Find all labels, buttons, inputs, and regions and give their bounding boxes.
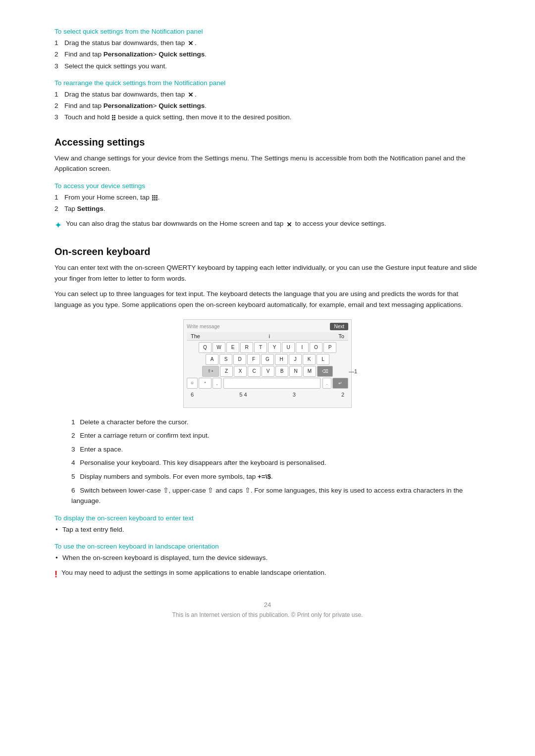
list-item: 2 Tap Settings. (54, 204, 481, 214)
keyboard-diagram: Write message Next The i To Q W E R T Y (183, 319, 352, 408)
on-screen-keyboard-para1: You can enter text with the on-screen QW… (54, 262, 481, 284)
accessing-settings-title: Accessing settings (54, 137, 481, 148)
keyboard-callout-numbers: 6 5 4 3 2 (187, 390, 348, 398)
cross-icon (187, 40, 194, 47)
list-item: 2 Find and tap Personalization> Quick se… (54, 50, 481, 59)
keyboard-legend-list: 1 Delete a character before the cursor. … (69, 417, 481, 506)
key-l: L (317, 354, 329, 365)
list-item: 1 Drag the status bar downwards, then ta… (54, 38, 481, 48)
warning-row: ! You may need to adjust the settings in… (54, 568, 481, 581)
list-item: 3 Select the quick settings you want. (54, 61, 481, 71)
key-x: X (234, 366, 247, 377)
key-t: T (254, 342, 267, 353)
display-keyboard-heading: To display the on-screen keyboard to ent… (54, 514, 481, 522)
grid-icon (152, 195, 158, 201)
list-item: 3 Touch and hold beside a quick setting,… (54, 112, 481, 122)
key-s: S (219, 354, 232, 365)
callout-1: —1 (349, 368, 357, 374)
legend-item-3: 3 Enter a space. (69, 444, 481, 455)
key-o: O (310, 342, 322, 353)
cross-icon (187, 91, 194, 98)
keyboard-row-3: ⇧+ Z X C V B N M ⌫ —1 (187, 366, 348, 377)
key-enter: ↵ (332, 378, 348, 389)
key-w: W (213, 342, 225, 353)
key-p: P (323, 342, 336, 353)
key-period: . (322, 378, 331, 389)
keyboard-suggestions: The i To (187, 332, 348, 341)
key-g: G (261, 354, 274, 365)
key-special: * (199, 378, 212, 389)
warning-icon: ! (54, 568, 57, 581)
keyboard-next-button: Next (330, 323, 348, 330)
key-z: Z (220, 366, 233, 377)
key-d: D (233, 354, 246, 365)
keyboard-diagram-container: Write message Next The i To Q W E R T Y (54, 319, 481, 408)
legend-item-6: 6 Switch between lower-case ⇧, upper-cas… (69, 485, 481, 506)
key-c: C (248, 366, 261, 377)
legend-item-1: 1 Delete a character before the cursor. (69, 417, 481, 428)
rearrange-quick-settings-heading: To rearrange the quick settings from the… (54, 79, 481, 87)
access-device-settings-list: 1 From your Home screen, tap . 2 Tap Set… (54, 193, 481, 214)
accessing-settings-intro: View and change settings for your device… (54, 153, 481, 174)
keyboard-top-bar: Write message Next (187, 323, 348, 330)
key-j: J (289, 354, 302, 365)
legend-item-4: 4 Personalise your keyboard. This key di… (69, 457, 481, 468)
key-f: F (247, 354, 260, 365)
keyboard-write-message: Write message (187, 324, 330, 329)
key-h: H (275, 354, 288, 365)
key-i: I (296, 342, 309, 353)
keyboard-bottom-row: ☺ * , . ↵ (187, 378, 348, 389)
callout-2: 2 (341, 392, 344, 398)
key-y: Y (268, 342, 281, 353)
legend-item-5: 5 Display numbers and symbols. For even … (69, 471, 481, 482)
key-delete: ⌫ (317, 366, 333, 377)
bullet-item: When the on-screen keyboard is displayed… (54, 553, 481, 563)
list-item: 1 Drag the status bar downwards, then ta… (54, 90, 481, 100)
key-smile: ☺ (187, 378, 198, 389)
list-item: 1 From your Home screen, tap . (54, 193, 481, 202)
bullet-item: Tap a text entry field. (54, 525, 481, 535)
key-b: B (275, 366, 288, 377)
page-number: 24 (54, 601, 481, 608)
key-comma: , (213, 378, 221, 389)
key-a: A (206, 354, 218, 365)
page-footer: 24 This is an Internet version of this p… (54, 601, 481, 618)
warning-text: You may need to adjust the settings in s… (61, 568, 326, 578)
key-m: M (303, 366, 316, 377)
landscape-keyboard-heading: To use the on-screen keyboard in landsca… (54, 543, 481, 550)
list-item: 2 Find and tap Personalization> Quick se… (54, 101, 481, 111)
keyboard-row-2: A S D F G H J K L (187, 354, 348, 365)
on-screen-keyboard-para2: You can select up to three languages for… (54, 289, 481, 310)
key-r: R (240, 342, 253, 353)
footer-text: This is an Internet version of this publ… (54, 611, 481, 618)
select-quick-settings-heading: To select quick settings from the Notifi… (54, 28, 481, 35)
note-row: ✦ You can also drag the status bar downw… (54, 219, 481, 232)
key-n: N (289, 366, 302, 377)
drag-icon (112, 115, 115, 120)
key-q: Q (199, 342, 212, 353)
key-space (223, 378, 321, 389)
on-screen-keyboard-title: On-screen keyboard (54, 246, 481, 257)
cross-icon (286, 221, 293, 228)
rearrange-quick-settings-list: 1 Drag the status bar downwards, then ta… (54, 90, 481, 123)
legend-item-2: 2 Enter a carriage return or confirm tex… (69, 430, 481, 441)
key-e: E (226, 342, 239, 353)
key-k: K (303, 354, 316, 365)
landscape-keyboard-list: When the on-screen keyboard is displayed… (54, 553, 481, 563)
callout-6: 6 (191, 392, 194, 398)
keyboard-row-1: Q W E R T Y U I O P (187, 342, 348, 353)
access-device-settings-heading: To access your device settings (54, 182, 481, 190)
callout-5: 5 4 (239, 392, 247, 398)
note-icon: ✦ (54, 219, 62, 232)
display-keyboard-list: Tap a text entry field. (54, 525, 481, 535)
callout-3: 3 (293, 392, 296, 398)
page-container: To select quick settings from the Notifi… (54, 0, 481, 648)
key-u: U (282, 342, 295, 353)
key-v: V (262, 366, 274, 377)
select-quick-settings-list: 1 Drag the status bar downwards, then ta… (54, 38, 481, 71)
key-shift: ⇧+ (202, 366, 219, 377)
note-text: You can also drag the status bar downwar… (66, 219, 386, 229)
